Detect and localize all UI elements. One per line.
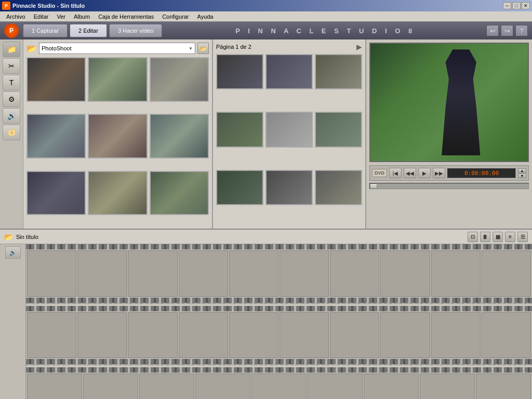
scrubber[interactable]	[369, 183, 529, 189]
preview-panel: DVD |◀ ◀◀ ▶ ▶▶ 0:00:00.00 ▲ ▼	[366, 39, 532, 229]
album-thumb-3[interactable]	[150, 57, 209, 102]
menu-configurar[interactable]: Configurar	[158, 12, 193, 21]
preview-video	[369, 43, 529, 162]
track-cells-2	[26, 311, 532, 360]
tab-capturar[interactable]: 1 Capturar	[23, 24, 68, 37]
track-cell-1-10[interactable]	[482, 250, 531, 297]
track-cell-1-5[interactable]	[229, 250, 278, 297]
timeline-storyboard-button[interactable]: ≡	[505, 232, 515, 242]
track-cell-1-6[interactable]	[280, 250, 329, 297]
sidebar-icon-titles[interactable]: T	[3, 75, 20, 90]
maximize-button[interactable]: □	[512, 2, 521, 9]
track-cell-1-2[interactable]	[77, 250, 127, 297]
track-cell-1-1[interactable]	[27, 250, 76, 297]
track-cell-2-7[interactable]	[330, 312, 379, 358]
tab-hacer-video[interactable]: 3 Hacer vídeo	[109, 24, 162, 37]
title-bar-left: P Pinnacle Studio - Sin título	[2, 2, 85, 10]
track-cell-1-7[interactable]	[330, 250, 379, 297]
album-thumb-1[interactable]	[26, 57, 86, 102]
clip-thumb-2[interactable]	[265, 54, 313, 89]
track-cell-3-4[interactable]	[195, 374, 250, 399]
track-cell-1-4[interactable]	[179, 250, 228, 297]
track-cell-3-2[interactable]	[83, 374, 138, 399]
track-cell-2-10[interactable]	[482, 312, 531, 358]
track-cell-2-4[interactable]	[179, 312, 228, 358]
clip-thumb-1[interactable]	[216, 54, 263, 89]
app-icon: P	[2, 2, 10, 10]
timeline-menu-button[interactable]: ☰	[517, 232, 528, 242]
menu-album[interactable]: Album	[70, 12, 94, 21]
frame-down-button[interactable]: ▼	[518, 174, 526, 178]
clip-thumb-4[interactable]	[216, 112, 263, 147]
album-thumb-4[interactable]	[26, 114, 86, 158]
clip-thumb-9[interactable]	[315, 170, 362, 205]
track-cell-2-1[interactable]	[27, 312, 76, 358]
timeline-split-button[interactable]: ⊡	[468, 232, 478, 242]
scrubber-track[interactable]	[369, 183, 529, 189]
track-cell-3-7[interactable]	[364, 374, 419, 399]
clip-nav-next[interactable]: ▶	[356, 43, 362, 51]
menu-bar: Archivo Editar Ver Album Caja de Herrami…	[0, 11, 532, 22]
track-cell-3-3[interactable]	[139, 374, 194, 399]
clip-thumb-7[interactable]	[216, 170, 263, 205]
menu-archivo[interactable]: Archivo	[2, 12, 30, 21]
track-cell-2-5[interactable]	[229, 312, 278, 358]
track-cell-2-2[interactable]	[77, 312, 127, 358]
clip-thumb-6[interactable]	[315, 112, 362, 147]
clip-thumb-5[interactable]	[265, 112, 313, 147]
fast-forward-button[interactable]: ▶▶	[433, 168, 445, 178]
menu-editar[interactable]: Editar	[30, 12, 53, 21]
track-cell-3-5[interactable]	[251, 374, 307, 399]
sidebar-icon-effects[interactable]: ⚙	[3, 91, 20, 107]
track-cell-2-3[interactable]	[128, 312, 177, 358]
album-thumb-image-3	[151, 58, 208, 101]
close-button[interactable]: ✕	[522, 2, 530, 9]
clip-thumb-8[interactable]	[265, 170, 313, 205]
rewind-button[interactable]: ◀◀	[404, 168, 416, 178]
track-cell-1-9[interactable]	[431, 250, 481, 297]
timeline-delete-button[interactable]: 🗑	[480, 232, 490, 242]
album-thumb-7[interactable]	[26, 171, 86, 216]
track-cell-2-6[interactable]	[280, 312, 329, 358]
track-cell-1-8[interactable]	[380, 250, 430, 297]
sidebar-icon-transitions[interactable]: ✂	[3, 58, 20, 74]
frame-step-buttons: ▲ ▼	[518, 168, 526, 178]
skip-start-button[interactable]: |◀	[389, 168, 402, 178]
album-thumb-8[interactable]	[88, 171, 147, 216]
redo-button[interactable]: ↪	[501, 25, 513, 36]
menu-ayuda[interactable]: Ayuda	[193, 12, 218, 21]
minimize-button[interactable]: ─	[503, 2, 511, 9]
scrubber-thumb[interactable]	[370, 183, 377, 189]
undo-button[interactable]: ↩	[486, 25, 499, 36]
undo-redo-group: ↩ ↪ ?	[486, 25, 528, 36]
album-thumb-image-7	[28, 172, 85, 215]
sidebar-icon-dvd[interactable]: 📀	[3, 125, 20, 140]
help-button[interactable]: ?	[515, 25, 528, 36]
menu-herramientas[interactable]: Caja de Herramientas	[94, 12, 158, 21]
menu-ver[interactable]: Ver	[52, 12, 70, 21]
album-thumb-image-9	[151, 172, 208, 215]
track-cell-2-9[interactable]	[431, 312, 481, 358]
album-thumb-9[interactable]	[150, 171, 209, 216]
album-thumb-5[interactable]	[88, 114, 147, 158]
sidebar-icon-audio[interactable]: 🔊	[3, 108, 20, 124]
track-cell-2-8[interactable]	[380, 312, 430, 358]
frame-up-button[interactable]: ▲	[518, 168, 526, 173]
tab-editar[interactable]: 2 Editar	[70, 24, 107, 37]
folder-browse-button[interactable]: 📂	[197, 43, 209, 54]
player-controls: DVD |◀ ◀◀ ▶ ▶▶ 0:00:00.00 ▲ ▼	[369, 165, 529, 181]
play-button[interactable]: ▶	[418, 168, 431, 178]
clip-thumb-3[interactable]	[315, 54, 362, 89]
track-cell-1-3[interactable]	[128, 250, 177, 297]
album-thumb-2[interactable]	[88, 57, 147, 102]
track-cell-3-1[interactable]	[27, 374, 82, 399]
timeline-section: 📂 Sin título ⊡ 🗑 ▦ ≡ ☰ 🔊	[0, 229, 532, 399]
track-cell-3-6[interactable]	[308, 374, 363, 399]
track-cell-3-8[interactable]	[420, 374, 475, 399]
track-cell-3-9[interactable]	[476, 374, 531, 399]
timeline-audio-icon[interactable]: 🔊	[5, 246, 21, 259]
timeline-view-button[interactable]: ▦	[493, 232, 503, 242]
sidebar-icon-album[interactable]: 📁	[3, 42, 20, 57]
album-thumb-6[interactable]	[150, 114, 209, 158]
album-dropdown[interactable]: PhotoShoot ▼	[39, 43, 195, 54]
